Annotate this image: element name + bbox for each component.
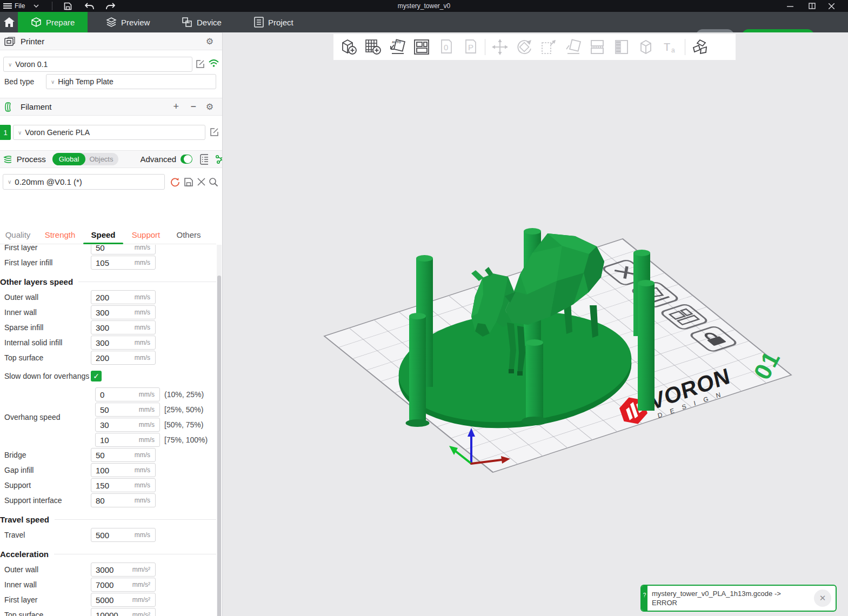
setting-row: Outer wall 200mm/s <box>0 290 216 305</box>
setting-input[interactable]: 150mm/s <box>91 478 156 492</box>
tab-prepare[interactable]: Prepare <box>18 12 88 32</box>
text-tool-icon[interactable]: Ta <box>660 37 680 57</box>
setting-input[interactable]: 80mm/s <box>91 493 156 507</box>
advanced-toggle[interactable] <box>181 155 192 164</box>
edit-filament-button[interactable] <box>210 128 219 139</box>
filament-select[interactable]: ∨ Voron Generic PLA <box>13 125 205 140</box>
scale-icon[interactable] <box>539 37 558 57</box>
tab-prepare-label: Prepare <box>46 18 75 27</box>
setting-input[interactable]: 500mm/s <box>91 528 156 542</box>
search-icon[interactable] <box>209 177 218 187</box>
setting-input[interactable]: 10mm/s <box>95 433 160 447</box>
bed-type-select[interactable]: ∨ High Temp Plate <box>46 74 216 89</box>
close-button[interactable] <box>829 0 834 12</box>
setting-input[interactable]: 200mm/s <box>91 351 156 365</box>
edit-printer-button[interactable] <box>196 59 205 71</box>
slow-down-overhangs-checkbox[interactable]: ✓ <box>91 371 102 381</box>
setting-input[interactable]: 10000mm/s² <box>91 608 156 616</box>
add-model-icon[interactable] <box>339 37 358 57</box>
toast-filename: mystery_tower_v0_PLA_1h13m.gcode -> <box>652 589 810 598</box>
setting-input[interactable]: 50mm/s <box>91 448 156 462</box>
scope-global[interactable]: Global <box>52 153 86 165</box>
maximize-icon <box>809 3 816 9</box>
add-filament-button[interactable]: + <box>173 101 179 112</box>
setting-label: Bridge <box>0 451 91 459</box>
setting-label: Inner wall <box>0 580 91 589</box>
tab-speed[interactable]: Speed <box>84 230 122 239</box>
tab-preview[interactable]: Preview <box>106 12 150 32</box>
process-section-title: Process <box>17 155 46 164</box>
process-preset-select[interactable]: ∨ 0.20mm @V0.1 (*) <box>3 174 165 190</box>
remove-filament-button[interactable]: − <box>190 101 196 112</box>
setting-input[interactable]: 3000mm/s² <box>91 563 156 577</box>
cube-icon <box>31 17 42 28</box>
home-button[interactable] <box>3 12 15 32</box>
scope-objects[interactable]: Objects <box>85 155 113 163</box>
delete-preset-icon[interactable] <box>197 178 205 186</box>
setting-row: Inner wall 7000mm/s² <box>0 577 216 592</box>
setting-label: Outer wall <box>0 293 91 302</box>
lay-on-face-icon[interactable] <box>563 37 583 57</box>
toast-close-button[interactable]: ✕ <box>814 590 831 607</box>
minimize-icon <box>787 3 793 9</box>
assembly-icon[interactable] <box>690 37 710 57</box>
mesh-boolean-icon[interactable] <box>636 37 656 57</box>
process-scope-toggle[interactable]: Global Objects <box>52 153 119 165</box>
auto-orient-icon[interactable]: AUTO <box>388 37 407 57</box>
scrollbar-thumb[interactable] <box>217 276 221 616</box>
edit-icon <box>196 59 205 69</box>
arrange-icon[interactable] <box>412 37 431 57</box>
viewport-3d[interactable]: VORON D E S I G N 01 <box>223 32 848 616</box>
filament-settings-gear-icon[interactable]: ⚙ <box>206 102 213 112</box>
setting-label: Travel <box>0 531 91 539</box>
toast-accent-bar: ? <box>642 586 647 611</box>
variable-layer-height-icon[interactable] <box>612 37 631 57</box>
tab-device[interactable]: Device <box>182 12 222 32</box>
setting-input[interactable]: 300mm/s <box>91 336 156 350</box>
toolbar-divider <box>685 39 685 55</box>
setting-input[interactable]: 30mm/s <box>95 418 160 432</box>
parameter-tree-icon[interactable] <box>215 155 222 164</box>
page-p-icon[interactable]: P <box>460 37 480 57</box>
tab-project[interactable]: Project <box>254 12 293 32</box>
setting-input[interactable]: 300mm/s <box>91 320 156 334</box>
page-0-icon[interactable]: 0 <box>436 37 456 57</box>
tab-support[interactable]: Support <box>122 230 170 239</box>
bed-type-value: High Temp Plate <box>58 77 113 86</box>
setting-label: Top surface <box>0 353 91 362</box>
setting-input[interactable]: 105mm/s <box>91 256 156 270</box>
setting-input[interactable]: 200mm/s <box>91 290 156 304</box>
setting-input[interactable]: 7000mm/s² <box>91 578 156 592</box>
save-preset-icon[interactable] <box>184 177 193 187</box>
rotate-icon[interactable] <box>515 37 534 57</box>
setting-input[interactable]: 0mm/s <box>95 387 160 401</box>
setting-input[interactable]: 300mm/s <box>91 305 156 319</box>
printer-section-header: Printer ⚙ <box>0 32 222 50</box>
tab-quality[interactable]: Quality <box>0 230 36 239</box>
svg-text:a: a <box>671 46 675 54</box>
printer-select[interactable]: ∨ Voron 0.1 <box>3 57 192 72</box>
setting-input[interactable]: 100mm/s <box>91 463 156 477</box>
tab-others[interactable]: Others <box>170 230 208 239</box>
minimize-button[interactable] <box>787 0 793 12</box>
split-icon[interactable] <box>587 37 607 57</box>
panel-scrollbar[interactable] <box>217 245 222 616</box>
chevron-down-icon: ∨ <box>51 79 55 85</box>
printer-settings-gear-icon[interactable]: ⚙ <box>206 36 213 46</box>
reset-preset-icon[interactable] <box>170 177 180 187</box>
tab-strength[interactable]: Strength <box>36 230 84 239</box>
setting-row: First layer infill 105mm/s <box>0 255 216 270</box>
svg-text:P: P <box>468 43 473 52</box>
move-icon[interactable] <box>490 37 510 57</box>
setting-input[interactable]: 50mm/s <box>95 403 160 417</box>
setting-input[interactable]: 50mm/s <box>91 245 156 255</box>
add-plate-icon[interactable] <box>363 37 383 57</box>
setting-row: Bridge 50mm/s <box>0 447 216 463</box>
group-header: Travel speed <box>0 511 216 527</box>
parameter-list-icon[interactable] <box>200 154 208 165</box>
printer-connection-button[interactable] <box>209 59 219 70</box>
setting-label: Outer wall <box>0 565 91 574</box>
setting-input[interactable]: 5000mm/s² <box>91 593 156 607</box>
process-preset-value: 0.20mm @V0.1 (*) <box>15 177 82 186</box>
maximize-button[interactable] <box>809 0 816 12</box>
